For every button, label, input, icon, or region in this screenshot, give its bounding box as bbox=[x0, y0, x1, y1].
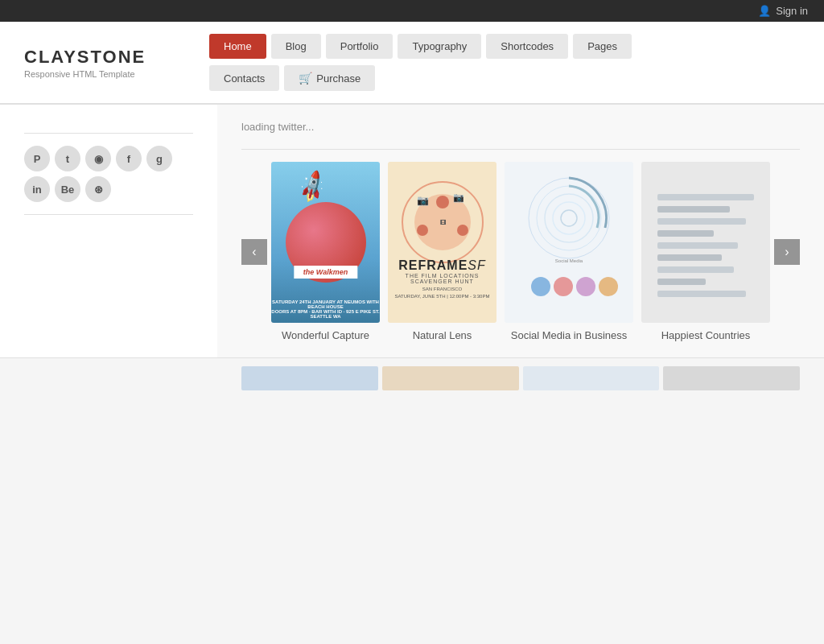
logo-subtitle: Responsive HTML Template bbox=[24, 69, 185, 79]
linkedin-icon[interactable]: in bbox=[24, 176, 50, 202]
nav-portfolio[interactable]: Portfolio bbox=[326, 34, 393, 59]
svg-point-12 bbox=[561, 210, 577, 226]
svg-rect-25 bbox=[657, 279, 706, 285]
googleplus-icon[interactable]: g bbox=[146, 146, 172, 171]
rocket-decoration: 🚀 bbox=[294, 168, 332, 205]
svg-rect-20 bbox=[657, 218, 746, 225]
sidebar-top-divider bbox=[24, 133, 193, 134]
svg-rect-24 bbox=[657, 266, 734, 273]
gallery-item-3: Social Media Social Media in Business bbox=[501, 162, 637, 341]
bottom-gallery-item-1 bbox=[241, 366, 378, 390]
gallery-image-1[interactable]: 🚀 the Walkmen SATURDAY 24TH JANUARY AT N… bbox=[271, 162, 380, 323]
gallery-grid: 🚀 the Walkmen SATURDAY 24TH JANUARY AT N… bbox=[267, 162, 774, 341]
top-bar: 👤 Sign in bbox=[0, 0, 824, 22]
svg-text:🎞: 🎞 bbox=[439, 219, 445, 225]
bottom-gallery-item-2 bbox=[382, 366, 519, 390]
gallery-image-3[interactable]: Social Media bbox=[505, 162, 633, 323]
nav-row-1: Home Blog Portfolio Typography Shortcode… bbox=[209, 34, 632, 59]
pinterest-icon[interactable]: P bbox=[24, 146, 50, 171]
behance-icon[interactable]: Be bbox=[55, 176, 80, 202]
nav-contacts[interactable]: Contacts bbox=[209, 65, 279, 91]
gallery-next-button[interactable]: › bbox=[774, 239, 800, 265]
gallery-item-4: Happiest Countries bbox=[637, 162, 774, 341]
nav-purchase[interactable]: 🛒 Purchase bbox=[284, 65, 375, 91]
gallery-title-2: Natural Lens bbox=[413, 329, 472, 341]
main-content: loading twitter... ‹ 🚀 the Walkmen SATUR… bbox=[217, 105, 824, 357]
nav-row-2: Contacts 🛒 Purchase bbox=[209, 65, 632, 91]
bottom-gallery bbox=[217, 358, 824, 398]
gallery-item-2: 🎞 📷 📷 REFRAMESF THE FILM LOCATIONS SCAVE… bbox=[384, 162, 501, 341]
reframe-title: REFRAMESF bbox=[388, 258, 496, 273]
svg-text:Social Media: Social Media bbox=[555, 258, 583, 263]
gallery-wrapper: ‹ 🚀 the Walkmen SATURDAY 24TH JANUARY AT… bbox=[241, 162, 800, 341]
gallery-title-4: Happiest Countries bbox=[661, 329, 751, 341]
bottom-row bbox=[0, 357, 824, 398]
facebook-icon[interactable]: f bbox=[116, 146, 142, 171]
svg-point-14 bbox=[554, 277, 573, 296]
gallery-title-1: Wonderful Capture bbox=[282, 329, 369, 341]
walkmen-details: SATURDAY 24TH JANUARY AT NEUMOS WITH BEA… bbox=[271, 299, 380, 319]
reframe-date: SATURDAY, JUNE 5TH | 12:00PM - 3:30PM bbox=[388, 294, 496, 299]
twitter-loading: loading twitter... bbox=[241, 121, 800, 133]
reframe-text: REFRAMESF THE FILM LOCATIONS SCAVENGER H… bbox=[388, 258, 496, 299]
svg-point-8 bbox=[529, 178, 609, 258]
social-icons-container: P t ◉ f g in Be ⊛ bbox=[24, 146, 193, 202]
svg-point-9 bbox=[537, 186, 601, 250]
content-divider bbox=[241, 149, 800, 150]
nav-blog[interactable]: Blog bbox=[271, 34, 321, 59]
logo-title: CLAYSTONE bbox=[24, 47, 185, 68]
svg-point-4 bbox=[417, 225, 428, 236]
svg-rect-22 bbox=[657, 242, 738, 249]
logo-area: CLAYSTONE Responsive HTML Template bbox=[24, 47, 185, 79]
bottom-gallery-item-4 bbox=[663, 366, 800, 390]
reframe-circle-decoration: 🎞 📷 📷 bbox=[398, 178, 487, 266]
gallery-item-1: 🚀 the Walkmen SATURDAY 24TH JANUARY AT N… bbox=[267, 162, 384, 341]
svg-point-10 bbox=[545, 194, 593, 242]
gallery-image-2[interactable]: 🎞 📷 📷 REFRAMESF THE FILM LOCATIONS SCAVE… bbox=[388, 162, 496, 323]
svg-rect-18 bbox=[657, 194, 754, 200]
nav-pages[interactable]: Pages bbox=[573, 34, 632, 59]
twitter-icon[interactable]: t bbox=[55, 146, 80, 171]
user-icon: 👤 bbox=[758, 5, 771, 17]
svg-rect-26 bbox=[657, 291, 746, 297]
header: CLAYSTONE Responsive HTML Template Home … bbox=[0, 22, 824, 104]
gallery-prev-button[interactable]: ‹ bbox=[241, 239, 267, 265]
svg-text:📷: 📷 bbox=[453, 192, 464, 203]
svg-point-16 bbox=[599, 277, 618, 296]
svg-point-3 bbox=[457, 225, 468, 236]
content-wrapper: P t ◉ f g in Be ⊛ loading twitter... ‹ bbox=[0, 105, 824, 357]
svg-text:📷: 📷 bbox=[416, 194, 428, 206]
svg-rect-23 bbox=[657, 254, 722, 261]
svg-rect-19 bbox=[657, 206, 730, 213]
bottom-gallery-item-3 bbox=[523, 366, 660, 390]
reframe-details: SAN FRANCISCO bbox=[388, 287, 496, 291]
signin-link[interactable]: Sign in bbox=[776, 5, 808, 17]
svg-point-2 bbox=[436, 196, 449, 208]
happiest-countries-chart bbox=[641, 170, 770, 315]
nav-area: Home Blog Portfolio Typography Shortcode… bbox=[209, 34, 632, 91]
dribbble-icon[interactable]: ◉ bbox=[85, 146, 111, 171]
rss-icon[interactable]: ⊛ bbox=[85, 176, 111, 202]
sidebar-bottom-divider bbox=[24, 214, 193, 215]
gallery-image-4[interactable] bbox=[641, 162, 770, 323]
bottom-main bbox=[217, 357, 824, 398]
sidebar: P t ◉ f g in Be ⊛ bbox=[0, 105, 217, 357]
svg-rect-21 bbox=[657, 230, 714, 237]
nav-home[interactable]: Home bbox=[209, 34, 266, 59]
bottom-sidebar bbox=[0, 357, 217, 398]
gallery-title-3: Social Media in Business bbox=[511, 329, 628, 341]
nav-shortcodes[interactable]: Shortcodes bbox=[486, 34, 568, 59]
svg-point-11 bbox=[553, 202, 585, 234]
nav-typography[interactable]: Typography bbox=[398, 34, 481, 59]
walkmen-banner: the Walkmen bbox=[294, 266, 357, 279]
svg-point-15 bbox=[576, 277, 595, 296]
social-media-chart: Social Media bbox=[505, 170, 633, 315]
gallery-section: ‹ 🚀 the Walkmen SATURDAY 24TH JANUARY AT… bbox=[241, 162, 800, 341]
reframe-subtitle: THE FILM LOCATIONS SCAVENGER HUNT bbox=[388, 273, 496, 284]
svg-point-13 bbox=[531, 277, 550, 296]
cart-icon: 🛒 bbox=[299, 72, 312, 85]
